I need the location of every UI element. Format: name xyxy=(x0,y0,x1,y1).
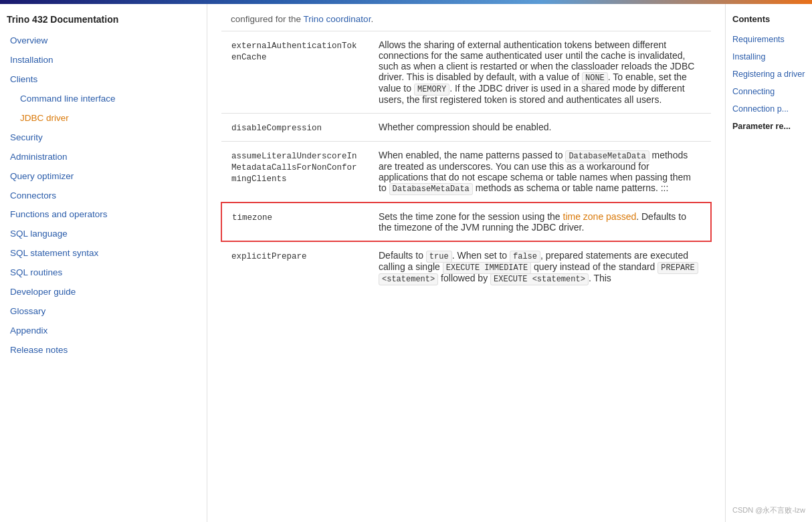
sidebar-item-security[interactable]: Security xyxy=(7,128,200,148)
param-code: timezone xyxy=(232,213,272,223)
param-code: externalAuthenticationTokenCache xyxy=(231,41,357,62)
sidebar-item-overview[interactable]: Overview xyxy=(7,31,200,51)
sidebar-item-release-notes[interactable]: Release notes xyxy=(7,341,200,360)
param-description-cell: Allows the sharing of external authentic… xyxy=(369,31,711,114)
right-toc: Contents RequirementsInstallingRegisteri… xyxy=(725,4,812,522)
param-code: explicitPrepare xyxy=(231,252,307,261)
param-description-cell: Sets the time zone for the session using… xyxy=(369,203,711,241)
param-description-cell: When enabled, the name patterns passed t… xyxy=(369,142,711,203)
sidebar-title: Trino 432 Documentation xyxy=(7,14,200,25)
param-name-cell: assumeLiteralUnderscoreInMetadataCallsFo… xyxy=(221,142,369,203)
param-code: disableCompression xyxy=(231,124,322,133)
main-content: configured for the Trino coordinator. ex… xyxy=(207,4,725,522)
toc-item-parameter-re[interactable]: Parameter re... xyxy=(732,118,805,135)
param-name-cell: timezone xyxy=(221,203,369,241)
sidebar-item-developer-guide[interactable]: Developer guide xyxy=(7,283,200,302)
desc-inline-code: DatabaseMetaData xyxy=(389,183,473,195)
desc-text: Defaults to xyxy=(379,250,426,261)
toc-item-connection-p[interactable]: Connection p... xyxy=(732,100,805,118)
sidebar-item-sql-language[interactable]: SQL language xyxy=(7,225,200,244)
sidebar-item-clients[interactable]: Clients xyxy=(7,70,200,90)
sidebar-item-jdbc-driver[interactable]: JDBC driver xyxy=(7,109,200,128)
toc-item-installing[interactable]: Installing xyxy=(732,48,805,66)
top-partial-text: configured for the Trino coordinator. xyxy=(221,11,712,31)
table-row: timezoneSets the time zone for the sessi… xyxy=(221,203,711,241)
configured-text: configured for the xyxy=(231,14,304,24)
sidebar-item-sql-routines[interactable]: SQL routines xyxy=(7,263,200,283)
params-table: externalAuthenticationTokenCacheAllows t… xyxy=(221,31,712,292)
table-row: explicitPrepareDefaults to true. When se… xyxy=(221,241,711,292)
desc-text: . This xyxy=(589,273,611,283)
sidebar-item-query-optimizer[interactable]: Query optimizer xyxy=(7,167,200,186)
sidebar-item-connectors[interactable]: Connectors xyxy=(7,186,200,206)
desc-text: followed by xyxy=(438,273,490,283)
param-name-cell: disableCompression xyxy=(221,114,369,142)
sidebar-item-command-line-interface[interactable]: Command line interface xyxy=(7,90,200,109)
param-description-cell: Defaults to true. When set to false, pre… xyxy=(369,241,711,292)
desc-text: Whether compression should be enabled. xyxy=(379,122,551,132)
desc-text: query instead of the standard xyxy=(531,261,657,272)
toc-item-requirements[interactable]: Requirements xyxy=(732,31,805,48)
period-text: . xyxy=(371,14,373,24)
desc-text: methods as schema or table name patterns… xyxy=(473,182,669,193)
sidebar-item-installation[interactable]: Installation xyxy=(7,51,200,70)
param-name-cell: externalAuthenticationTokenCache xyxy=(221,31,369,114)
param-description-cell: Whether compression should be enabled. xyxy=(369,114,711,142)
sidebar: Trino 432 Documentation OverviewInstalla… xyxy=(0,4,207,522)
toc-item-connecting[interactable]: Connecting xyxy=(732,83,805,100)
desc-text: When enabled, the name patterns passed t… xyxy=(379,150,565,160)
table-row: externalAuthenticationTokenCacheAllows t… xyxy=(221,31,711,114)
param-name-cell: explicitPrepare xyxy=(221,241,369,292)
desc-inline-code: EXECUTE <statement> xyxy=(490,273,589,285)
sidebar-nav: OverviewInstallationClientsCommand line … xyxy=(7,31,200,360)
desc-text: Sets the time zone for the session using… xyxy=(379,211,563,222)
sidebar-item-glossary[interactable]: Glossary xyxy=(7,302,200,321)
layout: Trino 432 Documentation OverviewInstalla… xyxy=(0,4,812,522)
desc-text: . When set to xyxy=(452,250,510,261)
sidebar-item-appendix[interactable]: Appendix xyxy=(7,321,200,341)
desc-inline-code: PREPARE xyxy=(657,262,698,274)
toc-item-registering-a-driver[interactable]: Registering a driver xyxy=(732,66,805,83)
table-row: disableCompressionWhether compression sh… xyxy=(221,114,711,142)
sidebar-item-administration[interactable]: Administration xyxy=(7,148,200,167)
sidebar-item-functions-and-operators[interactable]: Functions and operators xyxy=(7,205,200,225)
toc-title: Contents xyxy=(732,14,805,24)
desc-inline-code: <statement> xyxy=(379,273,438,285)
desc-link[interactable]: time zone passed xyxy=(563,211,637,222)
watermark: CSDN @永不言败-lzw xyxy=(732,505,805,515)
param-code: assumeLiteralUnderscoreInMetadataCallsFo… xyxy=(231,152,357,184)
sidebar-item-sql-statement-syntax[interactable]: SQL statement syntax xyxy=(7,244,200,263)
table-row: assumeLiteralUnderscoreInMetadataCallsFo… xyxy=(221,142,711,203)
toc-nav: RequirementsInstallingRegistering a driv… xyxy=(732,31,805,135)
trino-coordinator-link[interactable]: Trino coordinator xyxy=(304,14,371,24)
